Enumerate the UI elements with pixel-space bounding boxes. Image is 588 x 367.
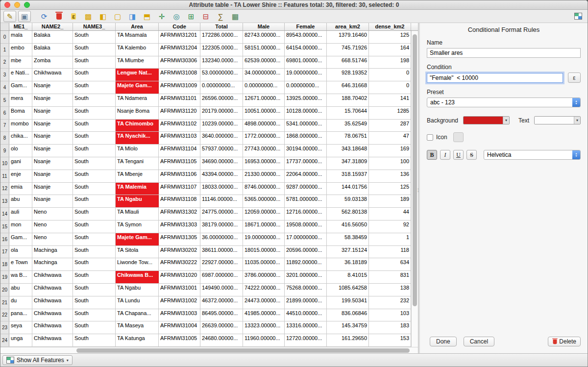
background-color-picker[interactable]: ▾ <box>463 116 510 124</box>
delete-selected-features-icon[interactable] <box>52 11 65 22</box>
icon-checkbox[interactable] <box>427 134 433 141</box>
cell-area[interactable]: TA Kalembo <box>116 44 159 56</box>
cell-name2_[interactable]: Neno <box>32 233 73 245</box>
cell-dense_km2[interactable]: 125 <box>369 183 411 195</box>
deselect-all-icon[interactable]: ▢ <box>111 11 124 22</box>
row-number[interactable]: 16 <box>0 233 9 245</box>
cell-area[interactable]: Majete Gam... <box>116 81 159 94</box>
table-row-9[interactable]: 9oloNsanjeSouthTA MloloAFRMWI3110457937.… <box>0 145 418 157</box>
cell-area[interactable]: TA Sitola <box>116 246 159 258</box>
cell-area[interactable]: TA Katunga <box>116 334 159 346</box>
cell-me1_[interactable]: mon <box>9 220 32 233</box>
cell-name2_[interactable]: Chikhwawa <box>32 334 73 346</box>
cell-name3_[interactable]: South <box>73 56 116 69</box>
cell-female[interactable]: 44510.00000... <box>285 309 327 321</box>
cell-male[interactable]: 4898.000000... <box>243 120 285 132</box>
cell-dense_km2[interactable]: 0 <box>369 81 411 94</box>
cell-male[interactable]: 74222.00000... <box>243 284 285 296</box>
cell-me1_[interactable]: mombo <box>9 120 32 132</box>
cell-area[interactable]: TA Tengani <box>116 157 159 170</box>
table-row-2[interactable]: 2mbeZombaSouthTA MlumbeAFRMWI30306132340… <box>0 56 418 69</box>
cell-total[interactable]: 34690.00000... <box>200 157 243 170</box>
row-number[interactable]: 2 <box>0 56 9 69</box>
cell-male[interactable]: 12671.00000... <box>243 94 285 106</box>
cell-area_km2[interactable]: 1085.64258 <box>327 284 369 296</box>
cell-female[interactable]: 5781.000000... <box>285 195 327 207</box>
cell-me1_[interactable]: seya <box>9 321 32 334</box>
cell-total[interactable]: 46372.00000... <box>200 296 243 309</box>
cell-area_km2[interactable]: 327.15124 <box>327 246 369 258</box>
cell-female[interactable]: 13925.00000... <box>285 94 327 106</box>
cell-area[interactable]: TA Ngabu <box>116 284 159 296</box>
cell-dense_km2[interactable]: 47 <box>369 132 411 144</box>
cell-code[interactable]: AFRMWI31204 <box>159 44 200 56</box>
cell-female[interactable]: 17.00000000... <box>285 233 327 245</box>
cell-code[interactable]: AFRMWI30222 <box>159 258 200 270</box>
cell-name3_[interactable]: South <box>73 69 116 81</box>
cell-code[interactable]: AFRMWI30306 <box>159 56 200 69</box>
zoom-button[interactable] <box>24 2 30 8</box>
cell-area[interactable]: Chikwawa B... <box>116 271 159 283</box>
cell-me1_[interactable]: Boma <box>9 107 32 119</box>
cell-dense_km2[interactable]: 100 <box>369 157 411 170</box>
cell-code[interactable]: AFRMWI31101 <box>159 94 200 106</box>
cell-name2_[interactable]: Chikhwawa <box>32 321 73 334</box>
cell-name3_[interactable]: South <box>73 271 116 283</box>
cell-dense_km2[interactable]: 189 <box>369 195 411 207</box>
cell-area[interactable]: TA Chapana... <box>116 309 159 321</box>
cell-male[interactable]: 18015.00000... <box>243 246 285 258</box>
select-by-expression-icon[interactable]: ε <box>67 11 80 22</box>
cell-name2_[interactable]: Nsanje <box>32 170 73 182</box>
cell-female[interactable]: 89543.00000... <box>285 31 327 43</box>
cell-male[interactable]: 34.00000000... <box>243 69 285 81</box>
cell-area_km2[interactable]: 59.03138 <box>327 195 369 207</box>
cell-area[interactable]: TA Lundu <box>116 296 159 309</box>
cell-male[interactable]: 27743.00000... <box>243 145 285 157</box>
titlebar[interactable]: Attribute table - TA Lower Shire :: Feat… <box>0 0 588 10</box>
cell-dense_km2[interactable]: 198 <box>369 56 411 69</box>
zoom-to-selection-icon[interactable]: ◎ <box>170 11 183 22</box>
font-select[interactable]: Helvetica ▲▼ <box>484 150 581 160</box>
cell-name3_[interactable]: South <box>73 195 116 207</box>
cell-total[interactable]: 6987.000000... <box>200 271 243 283</box>
close-button[interactable] <box>4 2 10 8</box>
cell-area[interactable]: TA Msamala <box>116 31 159 43</box>
table-row-12[interactable]: 12emiaNsanjeSouthTA MalemiaAFRMWI3110718… <box>0 183 418 196</box>
cell-name3_[interactable]: South <box>73 31 116 43</box>
cell-female[interactable]: 0.00000000... <box>285 81 327 94</box>
cell-name2_[interactable]: Chikhwawa <box>32 284 73 296</box>
cell-code[interactable]: AFRMWI31105 <box>159 157 200 170</box>
cell-code[interactable]: AFRMWI31009 <box>159 81 200 94</box>
cell-name2_[interactable]: Nsanje <box>32 145 73 157</box>
cell-dense_km2[interactable]: 44 <box>369 208 411 220</box>
cell-me1_[interactable]: abu <box>9 195 32 207</box>
cell-area[interactable]: TA Ndamera <box>116 94 159 106</box>
cell-total[interactable]: 24775.00000... <box>200 208 243 220</box>
cell-area[interactable]: TA Ngabu <box>116 195 159 207</box>
cell-total[interactable]: 38179.00000... <box>200 220 243 233</box>
cell-area_km2[interactable]: 347.31809 <box>327 157 369 170</box>
cell-female[interactable]: 20596.00000... <box>285 246 327 258</box>
cell-dense_km2[interactable]: 136 <box>369 170 411 182</box>
cell-code[interactable]: AFRMWI31002 <box>159 296 200 309</box>
pan-to-selection-icon[interactable]: ✛ <box>155 11 168 22</box>
cell-name2_[interactable]: Chikhwawa <box>32 69 73 81</box>
bold-button[interactable]: B <box>427 150 437 160</box>
table-row-19[interactable]: 19wa B...ChikhwawaSouthChikwawa B...AFRM… <box>0 271 418 284</box>
column-header-me1_[interactable]: ME1_ <box>9 23 32 30</box>
save-edits-icon[interactable]: ▣ <box>18 11 31 22</box>
cell-code[interactable]: AFRMWI31102 <box>159 120 200 132</box>
cell-me1_[interactable]: enje <box>9 170 32 182</box>
cell-total[interactable]: 24680.00000... <box>200 334 243 346</box>
cell-name3_[interactable]: South <box>73 170 116 182</box>
italic-button[interactable]: I <box>440 150 450 160</box>
table-row-21[interactable]: 21duChikhwawaSouthTA LunduAFRMWI31002463… <box>0 296 418 309</box>
table-row-16[interactable]: 16Gam...NenoSouthMajete Gam...AFRMWI3130… <box>0 233 418 246</box>
cell-name3_[interactable]: South <box>73 120 116 132</box>
table-row-8[interactable]: 8chika...NsanjeSouthTA Nyachik...AFRMWI3… <box>0 132 418 145</box>
cell-name3_[interactable]: South <box>73 208 116 220</box>
cell-area[interactable]: Nsanje Boma <box>116 107 159 119</box>
cell-name2_[interactable]: Nsanje <box>32 132 73 144</box>
cell-me1_[interactable]: mera <box>9 94 32 106</box>
cell-me1_[interactable]: wa B... <box>9 271 32 283</box>
